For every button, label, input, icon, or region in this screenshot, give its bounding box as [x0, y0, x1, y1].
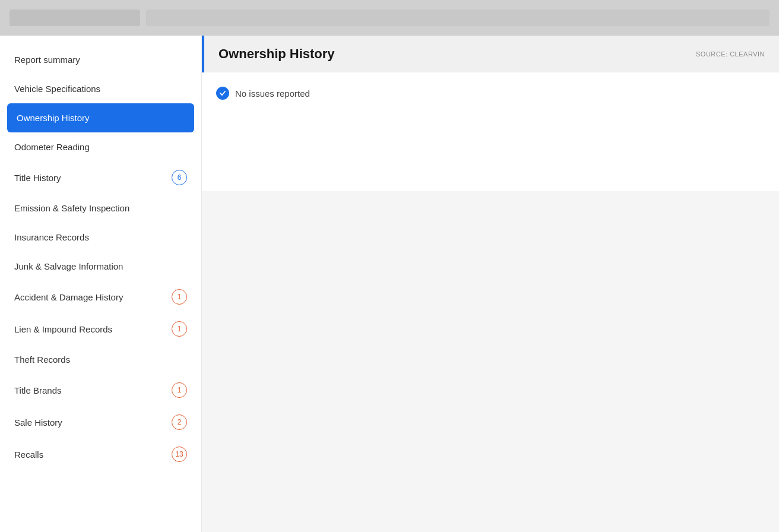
no-issues-row: No issues reported: [216, 87, 765, 100]
sidebar-item-sale-history[interactable]: Sale History2: [0, 406, 201, 438]
section-header: Ownership History SOURCE: CLEARVIN: [202, 36, 779, 72]
sidebar-label-emission-safety-inspection: Emission & Safety Inspection: [14, 202, 187, 214]
sidebar-label-insurance-records: Insurance Records: [14, 231, 187, 243]
sidebar-item-junk-salvage-information[interactable]: Junk & Salvage Information: [0, 252, 201, 281]
sidebar-item-title-history[interactable]: Title History6: [0, 162, 201, 194]
sidebar-label-lien-impound-records: Lien & Impound Records: [14, 323, 172, 335]
sidebar-label-title-history: Title History: [14, 172, 172, 184]
sidebar-item-lien-impound-records[interactable]: Lien & Impound Records1: [0, 313, 201, 345]
browser-toolbar: [146, 10, 770, 26]
sidebar-item-emission-safety-inspection[interactable]: Emission & Safety Inspection: [0, 194, 201, 223]
sidebar-label-theft-records: Theft Records: [14, 353, 187, 366]
content-area: Ownership History SOURCE: CLEARVIN No is…: [202, 36, 779, 532]
badge-title-brands: 1: [172, 382, 187, 398]
sidebar-label-title-brands: Title Brands: [14, 384, 172, 397]
sidebar-item-vehicle-specifications[interactable]: Vehicle Specifications: [0, 74, 201, 103]
badge-accident-damage-history: 1: [172, 289, 187, 305]
sidebar-label-vehicle-specifications: Vehicle Specifications: [14, 83, 187, 95]
sidebar-item-insurance-records[interactable]: Insurance Records: [0, 223, 201, 252]
sidebar-label-sale-history: Sale History: [14, 416, 172, 429]
main-container: Report summaryVehicle SpecificationsOwne…: [0, 36, 779, 532]
content-body: No issues reported: [202, 72, 779, 191]
badge-title-history: 6: [172, 170, 187, 185]
sidebar-label-ownership-history: Ownership History: [17, 112, 185, 124]
sidebar-label-report-summary: Report summary: [14, 53, 187, 66]
section-title: Ownership History: [218, 46, 335, 62]
sidebar-item-report-summary[interactable]: Report summary: [0, 45, 201, 74]
sidebar-item-theft-records[interactable]: Theft Records: [0, 345, 201, 374]
browser-url-bar[interactable]: [10, 10, 140, 26]
sidebar-item-ownership-history[interactable]: Ownership History: [7, 103, 194, 132]
sidebar-item-recalls[interactable]: Recalls13: [0, 438, 201, 470]
source-label: SOURCE: CLEARVIN: [696, 50, 765, 58]
browser-chrome: [0, 0, 779, 36]
badge-recalls: 13: [172, 446, 187, 462]
sidebar-label-odometer-reading: Odometer Reading: [14, 141, 187, 153]
sidebar-label-accident-damage-history: Accident & Damage History: [14, 291, 172, 303]
sidebar-item-title-brands[interactable]: Title Brands1: [0, 374, 201, 406]
no-issues-text: No issues reported: [235, 88, 310, 99]
badge-lien-impound-records: 1: [172, 321, 187, 337]
check-icon: [216, 87, 229, 100]
sidebar-label-recalls: Recalls: [14, 448, 172, 461]
sidebar-label-junk-salvage-information: Junk & Salvage Information: [14, 260, 187, 273]
sidebar-item-odometer-reading[interactable]: Odometer Reading: [0, 132, 201, 162]
sidebar-item-accident-damage-history[interactable]: Accident & Damage History1: [0, 281, 201, 313]
badge-sale-history: 2: [172, 414, 187, 430]
sidebar: Report summaryVehicle SpecificationsOwne…: [0, 36, 202, 532]
